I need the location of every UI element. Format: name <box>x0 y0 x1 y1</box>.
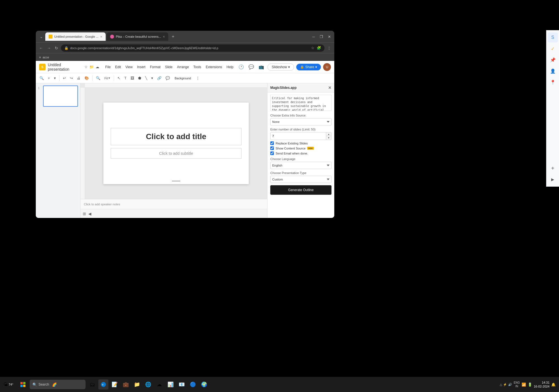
image-icon[interactable]: 🖼 <box>129 75 136 81</box>
speaker-notes[interactable]: Click to add speaker notes <box>80 199 267 209</box>
address-box[interactable]: 🔒 docs.google.com/presentation/d/1dghrvg… <box>61 44 324 52</box>
forward-btn[interactable]: → <box>46 45 52 51</box>
tab-expand-btn[interactable]: ⌄ <box>39 33 44 40</box>
slide-subtitle-text[interactable]: Click to add subtitle <box>119 151 233 156</box>
slides-count-input[interactable] <box>271 132 326 140</box>
undo-icon[interactable]: ↩ <box>61 75 67 81</box>
print-icon[interactable]: 🖨 <box>75 75 82 81</box>
sidebar-slides-icon[interactable]: S <box>548 32 558 42</box>
menu-arrange[interactable]: Arrange <box>175 64 191 70</box>
menu-help[interactable]: Help <box>225 64 235 70</box>
number-up-btn[interactable]: ▲ <box>326 132 331 136</box>
slide-canvas[interactable]: Click to add title Click to add subtitle <box>85 88 267 199</box>
language-select[interactable]: English Spanish French <box>270 162 331 169</box>
taskbar-word-icon[interactable]: 📝 <box>110 379 120 389</box>
paint-icon[interactable]: 🎨 <box>83 75 90 81</box>
taskbar-search-box[interactable]: 🔍 Search 🌈 <box>30 380 86 389</box>
menu-format[interactable]: Format <box>148 64 162 70</box>
background-btn[interactable]: Background <box>172 76 193 81</box>
minimize-btn[interactable]: ─ <box>311 34 316 39</box>
menu-slide[interactable]: Slide <box>163 64 174 70</box>
show-content-checkbox[interactable] <box>270 146 274 150</box>
clock-display[interactable]: 14:31 16-02-2024 <box>534 381 549 389</box>
menu-tools[interactable]: Tools <box>192 64 203 70</box>
user-avatar[interactable]: U <box>323 63 331 71</box>
tab-pika[interactable]: Pika – Create beautiful screens... ✕ <box>107 32 168 41</box>
refresh-btn[interactable]: ↻ <box>54 45 59 51</box>
bookmark-item[interactable]: acce <box>42 56 49 59</box>
menu-insert[interactable]: Insert <box>135 64 147 70</box>
shapes-icon[interactable]: ⬟ <box>137 75 143 81</box>
back-btn[interactable]: ← <box>38 45 44 51</box>
line-icon[interactable]: ╲ <box>144 75 149 81</box>
slide-title-text[interactable]: Click to add title <box>119 132 233 141</box>
number-down-btn[interactable]: ▼ <box>326 136 331 140</box>
slide-page[interactable]: Click to add title Click to add subtitle <box>103 103 249 184</box>
slide-title-area[interactable]: Click to add title <box>111 128 241 145</box>
redo-icon[interactable]: ↪ <box>68 75 74 81</box>
taskbar-edge-icon[interactable]: e <box>98 379 108 389</box>
more-options-icon[interactable]: ⋮ <box>195 75 201 81</box>
slide-subtitle-area[interactable]: Click to add subtitle <box>111 148 241 159</box>
taskbar-teams-icon[interactable]: 💼 <box>121 379 131 389</box>
sidebar-maps-icon[interactable]: 📍 <box>548 77 558 87</box>
panel-close-btn[interactable]: ✕ <box>328 85 331 90</box>
notification-icon[interactable]: 🔔 <box>551 383 556 387</box>
folder-icon[interactable]: 📁 <box>89 65 94 69</box>
comments-icon[interactable]: 💬 <box>247 63 255 71</box>
taskbar-files-icon[interactable]: 🗂 <box>87 379 97 389</box>
share-button[interactable]: 🔒 Share ▾ <box>296 64 321 70</box>
collapse-panel-icon[interactable]: ◀ <box>88 212 91 216</box>
sidebar-keep-icon[interactable]: 📌 <box>548 55 558 65</box>
taskbar-mail-icon[interactable]: 📧 <box>177 379 187 389</box>
sidebar-tasks-icon[interactable]: ✓ <box>548 44 558 54</box>
bookmarks-manager-icon[interactable]: ≡ <box>39 56 41 59</box>
textbox-icon[interactable]: T <box>123 75 128 81</box>
grid-view-icon[interactable]: ⊞ <box>83 212 86 216</box>
extra-info-select[interactable]: None Wikipedia <box>270 118 331 125</box>
close-btn[interactable]: ✕ <box>327 34 331 39</box>
select-icon[interactable]: ↖ <box>116 75 122 81</box>
slide-thumbnail[interactable] <box>43 85 78 107</box>
taskbar-chrome3-icon[interactable]: 🌍 <box>199 379 209 389</box>
restore-btn[interactable]: ❐ <box>319 34 324 39</box>
present-icon[interactable]: 📺 <box>257 63 265 71</box>
start-button[interactable] <box>18 379 28 389</box>
tab-google-slides[interactable]: Untitled presentation - Google ... ✕ <box>45 32 106 41</box>
extension-icon[interactable]: 🧩 <box>317 46 321 50</box>
taskbar-onedrive-icon[interactable]: ☁ <box>154 379 164 389</box>
cloud-icon[interactable]: ☁ <box>96 65 99 69</box>
presentation-type-select[interactable]: Custom Business Education <box>270 176 331 183</box>
tab-pika-close-btn[interactable]: ✕ <box>163 35 165 38</box>
new-tab-btn[interactable]: + <box>169 34 176 39</box>
activity-icon[interactable]: 🕐 <box>237 63 245 71</box>
sidebar-add-btn[interactable]: + <box>548 163 558 173</box>
replace-slides-checkbox[interactable] <box>270 141 274 145</box>
menu-edit[interactable]: Edit <box>113 64 123 70</box>
description-textarea[interactable] <box>270 95 331 111</box>
line-dropdown-icon[interactable]: ▾ <box>150 75 155 81</box>
browser-menu-icon[interactable]: ⋮ <box>326 45 332 51</box>
zoom-btn[interactable]: 🔍 <box>94 75 102 81</box>
add-btn[interactable]: + <box>46 75 51 81</box>
star-icon[interactable]: ☆ <box>84 65 88 69</box>
bookmark-star-icon[interactable]: ☆ <box>311 46 314 50</box>
link-icon[interactable]: 🔗 <box>156 75 163 81</box>
sidebar-collapse-icon[interactable]: ▶ <box>548 174 558 184</box>
slideshow-button[interactable]: Slideshow ▾ <box>267 63 294 71</box>
menu-extensions[interactable]: Extensions <box>204 64 224 70</box>
comment-icon[interactable]: 💬 <box>164 75 171 81</box>
taskbar-terminal-icon[interactable]: 📊 <box>165 379 176 389</box>
zoom-in-icon[interactable]: 🔍 <box>38 75 45 81</box>
taskbar-chrome2-icon[interactable]: 🔵 <box>188 379 198 389</box>
taskbar-chrome1-icon[interactable]: 🌐 <box>143 379 153 389</box>
taskbar-explorer-icon[interactable]: 📁 <box>132 379 142 389</box>
sidebar-contacts-icon[interactable]: 👤 <box>548 66 558 76</box>
menu-file[interactable]: File <box>104 64 112 70</box>
fit-dropdown[interactable]: Fit ▾ <box>103 75 112 81</box>
tab-close-btn[interactable]: ✕ <box>100 35 102 38</box>
generate-outline-btn[interactable]: Generate Outline <box>270 185 331 195</box>
menu-view[interactable]: View <box>124 64 134 70</box>
send-email-checkbox[interactable] <box>270 151 274 155</box>
zoom-dropdown-icon[interactable]: ▾ <box>53 75 57 81</box>
